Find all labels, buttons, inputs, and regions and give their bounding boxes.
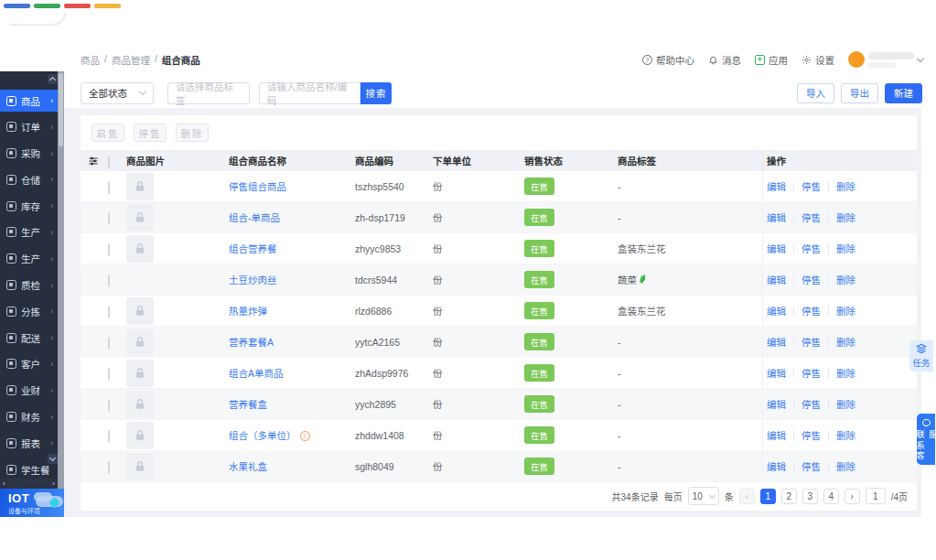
- sidebar-item-sorting[interactable]: 分拣›: [0, 300, 58, 322]
- name-search-input[interactable]: 请输入商品名称/编码: [259, 82, 360, 104]
- row-checkbox[interactable]: [108, 181, 110, 194]
- product-name-link[interactable]: 组合A单商品: [229, 368, 284, 379]
- status-select[interactable]: 全部状态: [81, 82, 154, 104]
- sidebar-item-purchasing[interactable]: 采购›: [0, 143, 58, 165]
- product-name-link[interactable]: 水果礼盒: [229, 461, 267, 472]
- batch-disable-button[interactable]: 停售: [134, 124, 167, 142]
- stop-sale-link[interactable]: 停售: [802, 428, 821, 442]
- page-button-4[interactable]: 4: [823, 489, 839, 504]
- edit-link[interactable]: 编辑: [767, 210, 786, 224]
- product-name-link[interactable]: 停售组合商品: [229, 181, 286, 192]
- column-settings-button[interactable]: [81, 156, 108, 167]
- messages-button[interactable]: 消息: [708, 53, 741, 67]
- row-checkbox[interactable]: [108, 430, 110, 443]
- edit-link[interactable]: 编辑: [767, 366, 786, 380]
- row-checkbox[interactable]: [108, 212, 110, 225]
- stop-sale-link[interactable]: 停售: [802, 179, 821, 193]
- stop-sale-link[interactable]: 停售: [802, 459, 821, 473]
- delete-link[interactable]: 删除: [836, 428, 855, 442]
- row-checkbox[interactable]: [108, 306, 110, 318]
- breadcrumb-item[interactable]: 商品管理: [112, 53, 150, 67]
- iot-banner[interactable]: IOT 设备与环境: [0, 489, 67, 517]
- sidebar-item-finance[interactable]: 财务›: [0, 406, 58, 428]
- stop-sale-link[interactable]: 停售: [802, 273, 821, 286]
- edit-link[interactable]: 编辑: [767, 428, 786, 442]
- delete-link[interactable]: 删除: [836, 335, 855, 349]
- sidebar-item-goods[interactable]: 商品›: [0, 90, 58, 112]
- user-menu[interactable]: [848, 51, 923, 68]
- hscroll-left-icon[interactable]: ‹: [3, 479, 5, 488]
- sidebar-item-customers[interactable]: 客户›: [0, 353, 58, 375]
- sidebar-scrollbar-thumb[interactable]: [59, 73, 63, 146]
- sidebar-scrollbar[interactable]: [58, 71, 64, 489]
- import-button[interactable]: 导入: [797, 83, 834, 103]
- sidebar-item-orders[interactable]: 订单›: [0, 116, 58, 138]
- sidebar-hscrollbar[interactable]: ‹ ›: [0, 479, 58, 489]
- tag-filter-input[interactable]: 请选择商品标签: [167, 82, 250, 104]
- edit-link[interactable]: 编辑: [767, 459, 786, 473]
- delete-link[interactable]: 删除: [836, 273, 855, 286]
- stop-sale-link[interactable]: 停售: [802, 397, 821, 411]
- product-name-link[interactable]: 组合-单商品: [229, 212, 280, 223]
- product-name-link[interactable]: 营养套餐A: [229, 337, 274, 348]
- edit-link[interactable]: 编辑: [767, 397, 786, 411]
- stop-sale-link[interactable]: 停售: [802, 242, 821, 255]
- edit-link[interactable]: 编辑: [767, 273, 786, 286]
- delete-link[interactable]: 删除: [836, 179, 855, 193]
- edit-link[interactable]: 编辑: [767, 304, 786, 318]
- product-name-link[interactable]: 组合（多单位）: [229, 430, 296, 441]
- delete-link[interactable]: 删除: [836, 210, 855, 224]
- sidebar-item-quality[interactable]: 质检›: [0, 275, 58, 296]
- sidebar-item-inventory[interactable]: 库存›: [0, 195, 58, 217]
- sidebar-item-student-meals[interactable]: 学生餐: [0, 458, 58, 480]
- product-name-link[interactable]: 土豆炒肉丝: [229, 275, 277, 285]
- page-button-2[interactable]: 2: [781, 489, 797, 504]
- tasks-float-button[interactable]: 任务: [909, 340, 933, 372]
- row-checkbox[interactable]: [108, 243, 110, 256]
- next-page-button[interactable]: ›: [845, 489, 860, 504]
- prev-page-button[interactable]: ‹: [739, 489, 755, 504]
- row-checkbox[interactable]: [108, 337, 110, 350]
- delete-link[interactable]: 删除: [836, 397, 855, 411]
- sidebar-scroll-up[interactable]: [48, 74, 58, 84]
- row-checkbox[interactable]: [108, 275, 110, 287]
- settings-button[interactable]: 设置: [802, 53, 834, 67]
- export-button[interactable]: 导出: [841, 83, 878, 103]
- stop-sale-link[interactable]: 停售: [802, 335, 821, 349]
- row-checkbox[interactable]: [108, 461, 110, 474]
- hscroll-right-icon[interactable]: ›: [52, 479, 55, 488]
- product-name-link[interactable]: 营养餐盒: [229, 399, 267, 410]
- search-button[interactable]: 搜索: [360, 82, 392, 104]
- row-checkbox[interactable]: [108, 399, 110, 412]
- product-name-link[interactable]: 热量炸弹: [229, 306, 267, 317]
- page-button-1[interactable]: 1: [760, 489, 776, 504]
- stop-sale-link[interactable]: 停售: [802, 366, 821, 380]
- stop-sale-link[interactable]: 停售: [802, 210, 821, 224]
- batch-delete-button[interactable]: 删除: [176, 124, 209, 142]
- sidebar-item-production-2[interactable]: 生产›: [0, 248, 58, 270]
- create-button[interactable]: 新建: [885, 83, 922, 103]
- per-page-select[interactable]: 10: [688, 487, 719, 505]
- page-button-3[interactable]: 3: [802, 489, 818, 504]
- product-name-link[interactable]: 组合营养餐: [229, 243, 277, 254]
- sidebar-item-production[interactable]: 生产›: [0, 221, 58, 243]
- stop-sale-link[interactable]: 停售: [802, 304, 821, 318]
- sidebar-item-business-finance[interactable]: 业财›: [0, 380, 58, 402]
- sidebar-item-delivery[interactable]: 配送›: [0, 327, 58, 349]
- select-all-checkbox[interactable]: [108, 156, 110, 168]
- delete-link[interactable]: 删除: [836, 459, 855, 473]
- row-checkbox[interactable]: [108, 368, 110, 381]
- delete-link[interactable]: 删除: [836, 304, 855, 318]
- edit-link[interactable]: 编辑: [767, 242, 786, 255]
- delete-link[interactable]: 删除: [836, 242, 855, 255]
- apps-button[interactable]: + 应用: [755, 53, 788, 67]
- help-center-button[interactable]: ? 帮助中心: [642, 53, 694, 67]
- edit-link[interactable]: 编辑: [767, 335, 786, 349]
- sidebar-item-warehousing[interactable]: 仓储›: [0, 168, 58, 190]
- edit-link[interactable]: 编辑: [767, 179, 786, 193]
- sidebar-item-reports[interactable]: 报表›: [0, 432, 58, 454]
- page-jump-input[interactable]: 1: [866, 488, 886, 504]
- support-float-button[interactable]: 联系客服: [917, 414, 935, 465]
- delete-link[interactable]: 删除: [836, 366, 855, 380]
- breadcrumb-item[interactable]: 商品: [81, 53, 100, 67]
